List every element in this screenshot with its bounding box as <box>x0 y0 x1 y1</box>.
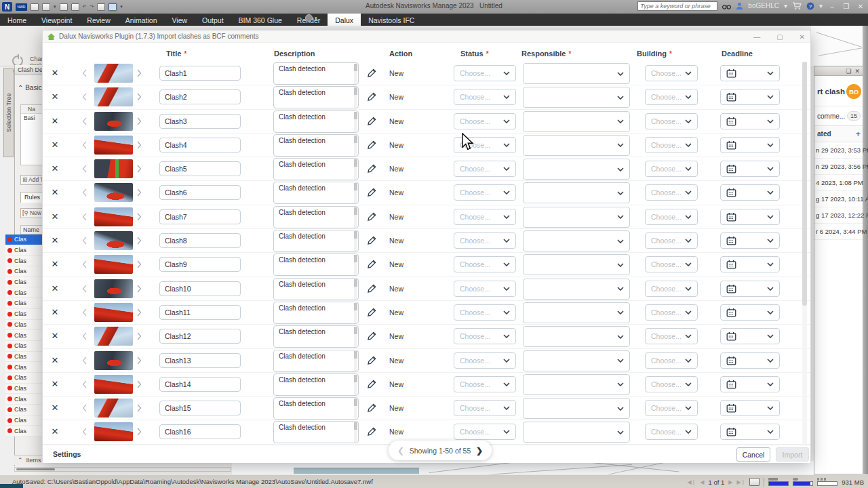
edit-pencil-icon[interactable] <box>367 403 377 413</box>
building-select[interactable]: Choose... <box>645 352 698 369</box>
clash-thumbnail[interactable] <box>94 375 133 394</box>
responsible-select[interactable] <box>523 302 630 323</box>
status-select[interactable]: Choose... <box>454 376 516 392</box>
clash-test-list-item[interactable]: Clas <box>5 394 42 405</box>
remove-clash-icon[interactable]: ✕ <box>50 403 60 413</box>
comment-date-row[interactable]: g 17 2023, 10:11 A <box>814 191 863 207</box>
clash-thumbnail[interactable] <box>94 351 133 370</box>
edit-pencil-icon[interactable] <box>367 283 377 293</box>
clash-thumbnail[interactable] <box>94 422 133 441</box>
responsible-select[interactable] <box>523 398 630 419</box>
clash-description-input[interactable]: Clash detection <box>273 302 359 324</box>
search-binoculars-icon[interactable] <box>722 3 731 10</box>
comment-date-row[interactable]: 4 2023, 1:08 PM <box>814 175 863 191</box>
deadline-datepicker[interactable] <box>720 304 780 321</box>
clash-description-input[interactable]: Clash detection <box>273 86 359 108</box>
building-select[interactable]: Choose... <box>645 256 698 272</box>
building-select[interactable]: Choose... <box>645 184 698 201</box>
clash-thumbnail[interactable] <box>94 87 133 106</box>
clash-test-list-item[interactable]: Clas <box>5 352 42 363</box>
render-style-icon[interactable] <box>305 14 313 22</box>
responsible-select[interactable] <box>523 350 630 371</box>
clash-title-input[interactable] <box>159 353 241 368</box>
last-page-icon[interactable]: ▶❘ <box>736 479 745 485</box>
textarea-scrollbar[interactable] <box>354 399 357 419</box>
clash-title-input[interactable] <box>159 89 241 104</box>
save-icon[interactable] <box>60 3 68 11</box>
status-select[interactable]: Choose... <box>454 65 516 81</box>
building-select[interactable]: Choose... <box>645 65 698 81</box>
new-group-button[interactable]: [⚲ New G <box>20 208 43 218</box>
next-image-icon[interactable] <box>137 237 142 245</box>
remove-clash-icon[interactable]: ✕ <box>50 379 60 390</box>
next-image-icon[interactable] <box>137 332 142 340</box>
edit-pencil-icon[interactable] <box>367 379 377 389</box>
rules-tab[interactable]: Rules <box>20 192 44 203</box>
ribbon-tab-animation[interactable]: Animation <box>118 14 165 26</box>
user-avatar[interactable]: BO <box>846 84 861 99</box>
clash-test-list-item[interactable]: Clas <box>5 256 42 266</box>
status-select[interactable]: Choose... <box>454 161 516 177</box>
clash-thumbnail[interactable] <box>94 399 133 418</box>
user-dropdown-icon[interactable]: ▾ <box>784 3 787 9</box>
dialog-titlebar[interactable]: Dalux Navisworks Plugin (1.7.3) Import c… <box>43 30 810 43</box>
navisworks-logo-icon[interactable]: N <box>2 2 12 12</box>
next-image-icon[interactable] <box>137 380 142 388</box>
clash-test-list-item[interactable]: Clas <box>5 266 42 277</box>
building-select[interactable]: Choose... <box>645 232 698 249</box>
clash-title-input[interactable] <box>159 209 241 224</box>
ribbon-tab-bim-360-glue[interactable]: BIM 360 Glue <box>231 14 290 26</box>
building-select[interactable]: Choose... <box>645 89 698 105</box>
ribbon-overflow-caret-icon[interactable]: ▾ <box>315 16 317 21</box>
clash-title-input[interactable] <box>159 401 241 415</box>
prev-image-icon[interactable] <box>82 141 87 149</box>
next-image-icon[interactable] <box>137 93 142 101</box>
deadline-datepicker[interactable] <box>720 376 780 392</box>
clash-title-input[interactable] <box>159 377 241 392</box>
sheet-browser-icon[interactable] <box>749 478 760 486</box>
clash-test-list-item[interactable]: Clas <box>5 245 42 256</box>
remove-clash-icon[interactable]: ✕ <box>50 211 60 222</box>
ribbon-tab-review[interactable]: Review <box>79 14 117 26</box>
dialog-vertical-scrollbar[interactable] <box>802 62 807 445</box>
edit-pencil-icon[interactable] <box>367 68 377 78</box>
clash-thumbnail[interactable] <box>94 303 133 322</box>
clash-title-input[interactable] <box>159 257 241 272</box>
prev-image-icon[interactable] <box>82 213 87 221</box>
status-select[interactable]: Choose... <box>454 281 516 297</box>
clash-test-list-item[interactable]: Clas <box>5 426 42 436</box>
clash-title-input[interactable] <box>159 281 241 296</box>
prev-image-icon[interactable] <box>82 404 87 412</box>
next-image-icon[interactable] <box>137 213 142 221</box>
help-icon[interactable]: ? <box>806 2 814 10</box>
prev-image-icon[interactable] <box>82 332 87 340</box>
edit-pencil-icon[interactable] <box>367 235 377 245</box>
textarea-scrollbar[interactable] <box>354 231 357 251</box>
add-test-button[interactable]: ⊞ Add T <box>20 175 43 185</box>
ribbon-tab-viewpoint[interactable]: Viewpoint <box>34 14 79 26</box>
prev-image-icon[interactable] <box>82 380 87 388</box>
clash-thumbnail[interactable] <box>94 112 133 131</box>
ribbon-tab-output[interactable]: Output <box>195 14 231 26</box>
next-image-icon[interactable] <box>137 117 142 125</box>
next-image-icon[interactable] <box>137 141 142 149</box>
responsible-select[interactable] <box>523 207 630 228</box>
clash-description-input[interactable]: Clash detection <box>273 373 359 396</box>
edit-pencil-icon[interactable] <box>367 92 377 102</box>
prev-image-icon[interactable] <box>82 237 87 245</box>
next-image-icon[interactable] <box>137 188 142 197</box>
clash-title-input[interactable] <box>159 161 241 176</box>
responsible-select[interactable] <box>523 326 630 347</box>
first-page-icon[interactable]: ◀❘ <box>687 479 696 485</box>
prev-image-icon[interactable] <box>82 117 87 125</box>
remove-clash-icon[interactable]: ✕ <box>50 92 60 102</box>
minimize-window-icon[interactable]: – <box>827 3 837 10</box>
clash-description-input[interactable]: Clash detection <box>273 62 359 85</box>
prev-image-icon[interactable] <box>82 428 87 436</box>
clash-test-list-item[interactable]: Clas <box>5 373 42 384</box>
clash-thumbnail[interactable] <box>94 159 133 178</box>
deadline-datepicker[interactable] <box>720 256 780 272</box>
comment-date-row[interactable]: g 17 2023, 12:22 P <box>814 207 863 224</box>
status-select[interactable]: Choose... <box>454 328 516 344</box>
clash-description-input[interactable]: Clash detection <box>273 278 359 300</box>
